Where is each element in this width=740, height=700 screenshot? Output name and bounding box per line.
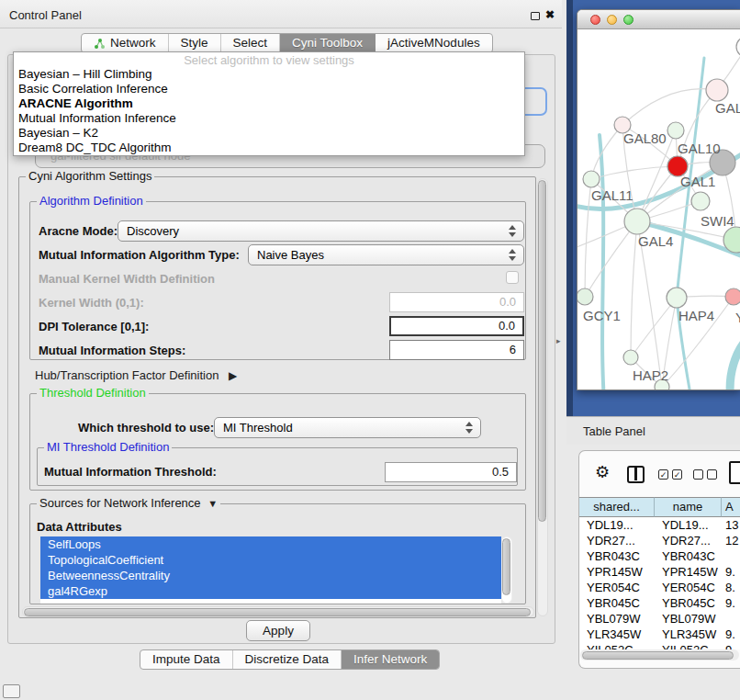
table-row[interactable]: YBR045CYBR045C9.	[579, 595, 740, 611]
network-node[interactable]	[624, 209, 650, 234]
table-cell[interactable]: YDR27...	[579, 533, 655, 548]
table-cell[interactable]: YBR045C	[655, 595, 722, 611]
zoom-traffic-light-icon[interactable]	[623, 15, 633, 25]
data-attribute-item[interactable]: gal4RGexp	[40, 583, 501, 599]
dock-panel-icon[interactable]	[3, 684, 20, 698]
which-threshold-select[interactable]: MI Threshold	[214, 417, 481, 438]
unchecked-checkbox-icon[interactable]	[707, 469, 717, 480]
table-cell[interactable]: 9	[722, 642, 740, 649]
tab-select[interactable]: Select	[221, 34, 281, 52]
hub-definition-toggle[interactable]: Hub/Transcription Factor Definition ▶	[35, 365, 237, 387]
table-row[interactable]: YBR043CYBR043C	[579, 548, 740, 564]
columns-icon[interactable]	[627, 466, 645, 483]
gear-icon[interactable]: ⚙	[595, 464, 610, 480]
table-row[interactable]: YDR27...YDR27...12	[579, 533, 740, 548]
network-node[interactable]	[736, 37, 740, 57]
table-row[interactable]: YER054CYER054C8.	[579, 580, 740, 595]
algorithm-option-aracne-algorithm[interactable]: ARACNE Algorithm	[14, 96, 524, 111]
network-view-window[interactable]: GALGAL80GAL10GAL1GAL11SWI4GAL4GCY1HAP4YH…	[577, 9, 740, 390]
mi-steps-field[interactable]: 6	[389, 340, 524, 360]
table-horizontal-scrollbar[interactable]	[580, 649, 739, 660]
algorithm-option-bayesian-hill-climbing[interactable]: Bayesian – Hill Climbing	[14, 67, 524, 82]
algorithm-option-basic-correlation-inference[interactable]: Basic Correlation Inference	[14, 82, 524, 96]
column-header-name[interactable]: name	[655, 497, 722, 517]
table-cell[interactable]: YBR045C	[579, 595, 655, 611]
tab-style[interactable]: Style	[169, 34, 221, 52]
data-attribute-item[interactable]: BetweennessCentrality	[40, 568, 501, 583]
table-cell[interactable]: 12	[722, 533, 740, 548]
algorithm-option-bayesian-k2[interactable]: Bayesian – K2	[14, 126, 524, 141]
sources-legend[interactable]: Sources for Network Inference ▼	[37, 496, 220, 510]
data-attribute-item[interactable]: TopologicalCoefficient	[40, 552, 501, 568]
settings-vertical-scrollbar-thumb[interactable]	[538, 180, 546, 522]
table-row[interactable]: YIL052CYIL052C9	[579, 642, 740, 649]
network-node[interactable]	[623, 350, 638, 365]
manual-kernel-width-checkbox[interactable]	[506, 271, 519, 284]
export-table-icon[interactable]	[729, 461, 740, 484]
table-cell[interactable]: 9.	[722, 627, 740, 642]
network-node[interactable]	[667, 288, 687, 308]
attributes-scrollbar-thumb[interactable]	[502, 538, 510, 595]
data-attribute-item[interactable]: SelfLoops	[40, 536, 501, 552]
table-row[interactable]: YDL19...YDL19...13	[579, 517, 740, 533]
tab-cyni-toolbox[interactable]: Cyni Toolbox	[280, 34, 376, 52]
table-cell[interactable]: YBL079W	[579, 611, 655, 627]
splitter-arrow-icon[interactable]: ▸	[556, 336, 561, 345]
algorithm-option-mutual-information-inference[interactable]: Mutual Information Inference	[14, 111, 524, 126]
network-node[interactable]	[667, 122, 684, 139]
settings-horizontal-scrollbar-thumb[interactable]	[24, 608, 531, 616]
table-cell[interactable]: YER054C	[655, 580, 722, 595]
table-cell[interactable]: YPR145W	[579, 564, 655, 580]
table-cell[interactable]: 9.	[722, 564, 740, 580]
table-cell[interactable]	[722, 548, 740, 564]
table-cell[interactable]: YPR145W	[655, 564, 722, 580]
network-window-titlebar[interactable]	[577, 10, 740, 29]
bottom-tab-impute-data[interactable]: Impute Data	[140, 650, 233, 669]
close-traffic-light-icon[interactable]	[590, 15, 600, 25]
column-header-a[interactable]: A	[722, 497, 740, 517]
unchecked-checkbox-icon[interactable]	[693, 469, 703, 480]
table-cell[interactable]: YDL19...	[655, 517, 722, 533]
network-node[interactable]	[706, 79, 728, 101]
tab-network[interactable]: Network	[82, 34, 169, 52]
tab-jactivemnodules[interactable]: jActiveMNodules	[376, 34, 492, 52]
table-cell[interactable]: YIL052C	[579, 642, 655, 649]
network-node[interactable]	[577, 288, 593, 305]
table-cell[interactable]: YBR043C	[579, 548, 655, 564]
table-row[interactable]: YLR345WYLR345W9.	[579, 627, 740, 642]
table-cell[interactable]: YLR345W	[579, 627, 655, 642]
table-cell[interactable]: YBR043C	[655, 548, 722, 564]
table-cell[interactable]: YBL079W	[655, 611, 722, 627]
close-icon[interactable]: ✖	[545, 8, 555, 21]
checked-checkbox-icon[interactable]: ✓	[672, 469, 682, 480]
bottom-tab-discretize-data[interactable]: Discretize Data	[233, 650, 342, 669]
network-node[interactable]	[725, 288, 740, 305]
network-canvas[interactable]: GALGAL80GAL10GAL1GAL11SWI4GAL4GCY1HAP4YH…	[577, 29, 740, 390]
mi-algorithm-type-select[interactable]: Naive Bayes	[248, 244, 524, 265]
table-horizontal-scrollbar-thumb[interactable]	[582, 651, 734, 660]
minimize-traffic-light-icon[interactable]	[607, 15, 617, 25]
checked-checkbox-icon[interactable]: ✓	[658, 469, 668, 480]
apply-button[interactable]: Apply	[246, 620, 310, 641]
kernel-width-field[interactable]: 0.0	[389, 292, 524, 312]
table-cell[interactable]: YDL19...	[579, 517, 655, 533]
table-row[interactable]: YPR145WYPR145W9.	[579, 564, 740, 580]
table-cell[interactable]: 13	[722, 517, 740, 533]
table-row[interactable]: YBL079WYBL079W	[579, 611, 740, 627]
dpi-tolerance-field[interactable]: 0.0	[389, 316, 524, 336]
table-cell[interactable]	[722, 611, 740, 627]
algorithm-option-dream8-dc-tdc-algorithm[interactable]: Dream8 DC_TDC Algorithm	[14, 141, 524, 155]
float-window-icon[interactable]	[531, 12, 540, 20]
aracne-mode-select[interactable]: Discovery	[118, 220, 524, 242]
table-cell[interactable]: 8.	[722, 580, 740, 595]
table-cell[interactable]: YDR27...	[655, 533, 722, 548]
table-cell[interactable]: YIL052C	[655, 642, 722, 649]
column-header-shared[interactable]: shared...	[579, 497, 655, 517]
network-node[interactable]	[691, 192, 710, 210]
table-cell[interactable]: 9.	[722, 595, 740, 611]
bottom-tab-infer-network[interactable]: Infer Network	[342, 650, 439, 669]
mi-threshold-field[interactable]: 0.5	[385, 462, 517, 482]
table-cell[interactable]: YER054C	[579, 580, 655, 595]
network-node[interactable]	[583, 171, 600, 187]
table-cell[interactable]: YLR345W	[655, 627, 722, 642]
